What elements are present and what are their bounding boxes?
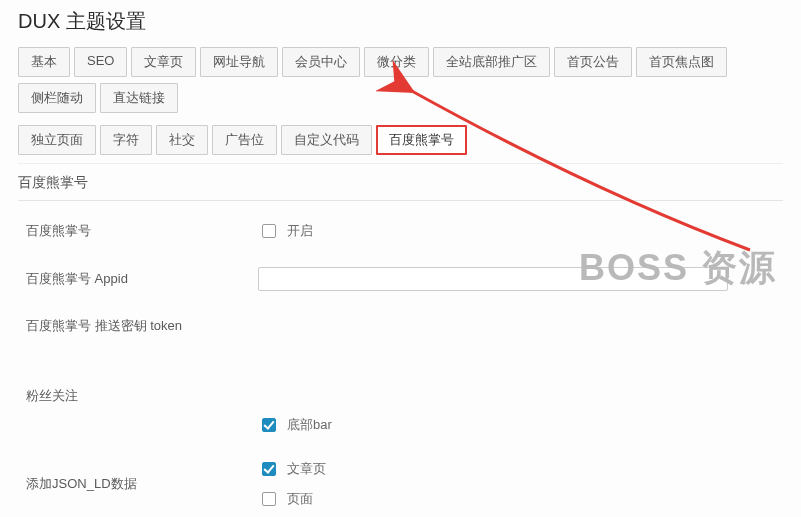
row-token: 百度熊掌号 推送密钥 token	[18, 303, 783, 373]
check-jsonld-page-label: 页面	[287, 490, 313, 508]
page-title: DUX 主题设置	[18, 8, 783, 35]
input-appid[interactable]	[258, 267, 728, 291]
tab-广告位[interactable]: 广告位	[212, 125, 277, 155]
section-title: 百度熊掌号	[18, 164, 783, 201]
check-enable[interactable]: 开启	[258, 221, 783, 241]
check-fans[interactable]: 底部bar	[258, 415, 783, 435]
tab-百度熊掌号[interactable]: 百度熊掌号	[376, 125, 467, 155]
label-token: 百度熊掌号 推送密钥 token	[18, 317, 258, 335]
tab-微分类[interactable]: 微分类	[364, 47, 429, 77]
tab-基本[interactable]: 基本	[18, 47, 70, 77]
checkbox-jsonld-post[interactable]	[262, 462, 276, 476]
checkbox-enable[interactable]	[262, 224, 276, 238]
check-enable-label: 开启	[287, 222, 313, 240]
tab-SEO[interactable]: SEO	[74, 47, 127, 77]
tab-会员中心[interactable]: 会员中心	[282, 47, 360, 77]
label-enable: 百度熊掌号	[18, 222, 258, 240]
row-fans: 粉丝关注 底部bar	[18, 373, 783, 447]
tab-全站底部推广区[interactable]: 全站底部推广区	[433, 47, 550, 77]
row-appid: 百度熊掌号 Appid	[18, 255, 783, 303]
check-jsonld-post[interactable]: 文章页	[258, 459, 783, 479]
tab-首页焦点图[interactable]: 首页焦点图	[636, 47, 727, 77]
tab-社交[interactable]: 社交	[156, 125, 208, 155]
tab-自定义代码[interactable]: 自定义代码	[281, 125, 372, 155]
tab-首页公告[interactable]: 首页公告	[554, 47, 632, 77]
tab-直达链接[interactable]: 直达链接	[100, 83, 178, 113]
label-appid: 百度熊掌号 Appid	[18, 270, 258, 288]
row-jsonld: 添加JSON_LD数据 文章页 页面	[18, 447, 783, 517]
check-jsonld-post-label: 文章页	[287, 460, 326, 478]
tabs-bar: 基本SEO文章页网址导航会员中心微分类全站底部推广区首页公告首页焦点图侧栏随动直…	[18, 47, 783, 155]
tab-文章页[interactable]: 文章页	[131, 47, 196, 77]
tab-侧栏随动[interactable]: 侧栏随动	[18, 83, 96, 113]
check-fans-label: 底部bar	[287, 416, 332, 434]
label-jsonld: 添加JSON_LD数据	[18, 475, 258, 493]
tab-网址导航[interactable]: 网址导航	[200, 47, 278, 77]
tab-独立页面[interactable]: 独立页面	[18, 125, 96, 155]
checkbox-jsonld-page[interactable]	[262, 492, 276, 506]
check-jsonld-page[interactable]: 页面	[258, 489, 783, 509]
label-fans: 粉丝关注	[18, 387, 258, 405]
row-enable: 百度熊掌号 开启	[18, 207, 783, 255]
checkbox-fans[interactable]	[262, 418, 276, 432]
tab-字符[interactable]: 字符	[100, 125, 152, 155]
